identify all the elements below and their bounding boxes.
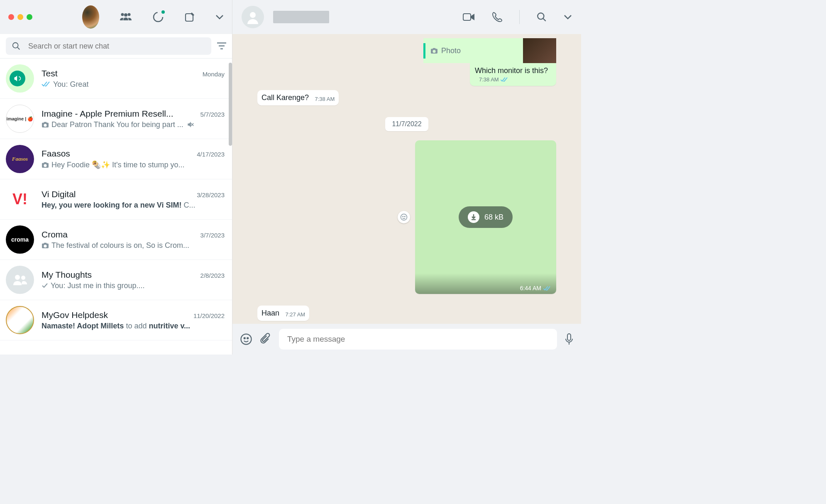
chat-item-mygov[interactable]: MyGov Helpdesk 11/20/2022 Namaste! Adopt… [0, 300, 232, 340]
scrollbar[interactable] [229, 63, 232, 146]
communities-icon[interactable] [119, 12, 132, 22]
right-panel: Photo Which monitor is this? 7:38 AM Cal… [232, 0, 581, 355]
svg-point-19 [247, 338, 248, 339]
chat-preview: Hey Foodie 🌯✨ It's time to stump yo... [51, 160, 185, 169]
avatar [6, 306, 34, 334]
search-input-wrap[interactable] [6, 37, 211, 55]
search-icon [12, 42, 21, 51]
messages-area[interactable]: Photo Which monitor is this? 7:38 AM Cal… [232, 34, 581, 324]
mic-icon[interactable] [565, 333, 574, 345]
svg-point-2 [124, 13, 127, 17]
chat-item-test[interactable]: Test Monday You: Great [0, 59, 232, 99]
download-arrow-icon [470, 214, 477, 220]
incoming-message[interactable]: Call Karenge? 7:38 AM [257, 90, 339, 105]
camera-icon [42, 121, 49, 128]
avatar [6, 266, 34, 294]
svg-point-14 [401, 214, 407, 220]
photo-thumb [523, 38, 556, 63]
svg-point-15 [403, 216, 403, 217]
maximize-window-button[interactable] [27, 14, 32, 20]
minimize-window-button[interactable] [17, 14, 23, 20]
date-separator: 11/7/2022 [385, 117, 428, 131]
incoming-message[interactable]: Haan 7:27 AM [257, 306, 309, 321]
chat-time: 5/7/2023 [200, 111, 225, 118]
contact-avatar[interactable] [242, 6, 264, 28]
chat-preview: The festival of colours is on, So is Cro… [51, 241, 189, 250]
svg-rect-7 [219, 45, 225, 46]
status-icon[interactable] [152, 11, 164, 23]
divider [519, 10, 520, 24]
composer [232, 324, 581, 355]
download-button[interactable]: 68 kB [459, 206, 513, 228]
photo-label: Photo [441, 46, 461, 55]
svg-rect-8 [220, 48, 223, 49]
file-size: 68 kB [484, 213, 503, 222]
chat-name: MyGov Helpdesk [42, 310, 108, 320]
chat-time: 2/8/2023 [200, 272, 225, 279]
conversation-header[interactable] [232, 0, 581, 34]
chat-item-imagine[interactable]: imagine | 🍎 Imagine - Apple Premium Rese… [0, 99, 232, 139]
svg-point-11 [250, 12, 256, 18]
emoji-picker-icon[interactable] [240, 333, 252, 345]
chat-name: Croma [42, 230, 68, 240]
chat-time: 3/28/2023 [197, 191, 225, 198]
svg-point-13 [538, 13, 544, 19]
menu-chevron-icon[interactable] [215, 15, 224, 20]
video-call-icon[interactable] [463, 12, 475, 22]
svg-point-10 [21, 276, 25, 280]
chat-time: 3/7/2023 [200, 232, 225, 239]
camera-icon [42, 161, 49, 168]
search-input[interactable] [28, 42, 205, 51]
svg-point-16 [405, 216, 406, 217]
svg-rect-12 [463, 14, 471, 20]
attach-icon[interactable] [260, 333, 271, 345]
svg-point-17 [241, 334, 252, 345]
message-time: 7:38 AM [315, 96, 335, 102]
chat-item-vi[interactable]: V! Vi Digital 3/28/2023 Hey, you were lo… [0, 179, 232, 220]
svg-point-18 [244, 338, 245, 339]
react-emoji-button[interactable] [398, 211, 410, 223]
avatar: croma [6, 225, 34, 254]
message-time: 7:38 AM [479, 76, 499, 83]
avatar: V! [6, 185, 34, 213]
chat-name: Vi Digital [42, 189, 76, 199]
double-check-read-icon [500, 77, 508, 83]
chat-preview: You: Great [53, 80, 88, 89]
message-time: 6:44 AM [520, 285, 541, 291]
message-text: Haan [261, 309, 279, 317]
chat-preview: Dear Patron Thank You for being part ... [51, 120, 183, 129]
chat-menu-chevron-icon[interactable] [564, 15, 572, 20]
chat-item-my-thoughts[interactable]: My Thoughts 2/8/2023 You: Just me in thi… [0, 260, 232, 300]
window-controls [8, 14, 32, 20]
svg-point-0 [121, 13, 124, 16]
left-header [0, 0, 232, 34]
chat-time: Monday [203, 71, 225, 78]
image-message[interactable]: 68 kB 6:44 AM [415, 140, 556, 294]
chat-name: Faasos [42, 149, 70, 159]
voice-call-icon[interactable] [492, 12, 503, 22]
chat-item-faasos[interactable]: Faasos Faasos 4/17/2023 Hey Foodie 🌯✨ It… [0, 139, 232, 179]
search-in-chat-icon[interactable] [536, 12, 547, 22]
chat-list[interactable]: Test Monday You: Great imagine | 🍎 Imagi… [0, 59, 232, 355]
chat-time: 11/20/2022 [193, 312, 225, 319]
chat-name: My Thoughts [42, 270, 92, 280]
contact-name-redacted [273, 11, 329, 23]
svg-point-1 [128, 13, 131, 16]
new-chat-icon[interactable] [184, 11, 196, 23]
message-input[interactable] [279, 329, 557, 350]
filter-icon[interactable] [217, 42, 226, 50]
message-text: Call Karenge? [261, 93, 309, 102]
camera-icon [430, 47, 438, 54]
avatar [6, 64, 34, 93]
camera-icon [42, 242, 49, 249]
svg-rect-20 [567, 334, 571, 340]
single-check-icon [42, 283, 48, 289]
chat-item-croma[interactable]: croma Croma 3/7/2023 The festival of col… [0, 220, 232, 260]
profile-avatar[interactable] [82, 5, 99, 29]
chat-preview: Namaste! Adopt Millets to add nutritive … [42, 322, 190, 330]
close-window-button[interactable] [8, 14, 14, 20]
left-panel: Test Monday You: Great imagine | 🍎 Imagi… [0, 0, 232, 355]
chat-name: Test [42, 69, 58, 78]
svg-point-9 [15, 275, 20, 280]
avatar: Faasos [6, 145, 34, 173]
